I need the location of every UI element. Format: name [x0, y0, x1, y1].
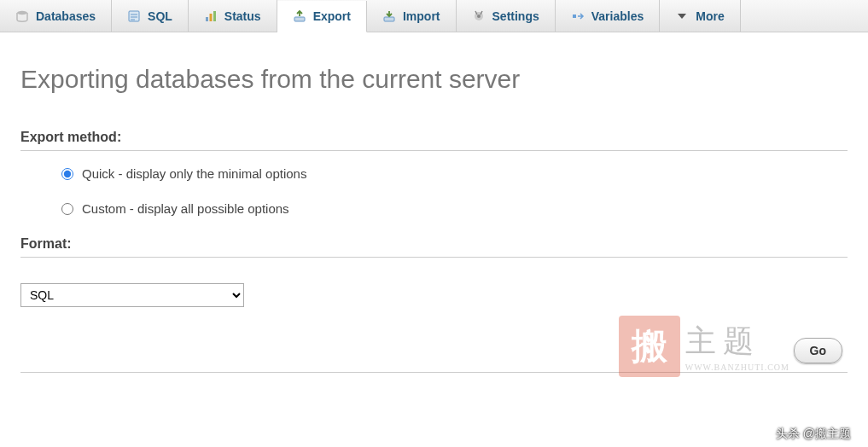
tab-status[interactable]: Status: [189, 0, 277, 32]
format-section: Format: SQL: [20, 236, 848, 307]
tab-settings[interactable]: Settings: [457, 0, 556, 32]
tab-export[interactable]: Export: [277, 1, 367, 32]
export-method-group: Quick - display only the minimal options…: [20, 166, 848, 216]
export-icon: [293, 9, 306, 23]
action-row: Go: [20, 338, 848, 363]
chevron-down-icon: [675, 9, 689, 23]
divider: [20, 372, 848, 373]
format-select[interactable]: SQL: [20, 283, 244, 307]
svg-rect-3: [209, 14, 212, 21]
radio-custom-label: Custom - display all possible options: [82, 201, 289, 216]
tab-label: Export: [313, 9, 351, 23]
radio-quick[interactable]: Quick - display only the minimal options: [61, 166, 848, 181]
tab-label: Databases: [36, 9, 96, 23]
page-title: Exporting databases from the current ser…: [20, 65, 848, 94]
tab-label: Settings: [492, 9, 539, 23]
status-icon: [204, 9, 218, 23]
divider: [20, 150, 848, 151]
tab-sql[interactable]: SQL: [112, 0, 189, 32]
tab-databases[interactable]: Databases: [0, 0, 112, 32]
tab-label: Status: [224, 9, 261, 23]
export-method-title: Export method:: [20, 130, 848, 145]
tab-variables[interactable]: Variables: [556, 0, 661, 32]
radio-custom[interactable]: Custom - display all possible options: [61, 201, 848, 216]
radio-quick-input[interactable]: [61, 168, 73, 180]
svg-rect-9: [573, 15, 576, 18]
radio-quick-label: Quick - display only the minimal options: [82, 166, 306, 181]
tab-import[interactable]: Import: [367, 0, 457, 32]
tab-label: More: [696, 9, 724, 23]
format-title: Format:: [20, 236, 848, 252]
footer-credit: 头杀 @搬主题: [776, 427, 851, 442]
svg-point-0: [17, 10, 27, 14]
tab-label: SQL: [148, 9, 172, 23]
settings-icon: [472, 9, 486, 23]
database-icon: [15, 9, 29, 23]
radio-custom-input[interactable]: [61, 203, 73, 215]
import-icon: [382, 9, 396, 23]
tab-label: Import: [403, 9, 440, 23]
go-button[interactable]: Go: [794, 338, 842, 363]
sql-icon: [127, 9, 141, 23]
main-content: Exporting databases from the current ser…: [0, 32, 868, 373]
svg-rect-4: [213, 11, 216, 21]
svg-rect-2: [206, 17, 208, 21]
divider: [20, 257, 848, 258]
tab-bar: Databases SQL Status Export Import Setti…: [0, 0, 868, 32]
svg-rect-6: [384, 17, 394, 21]
tab-more[interactable]: More: [660, 0, 740, 32]
svg-rect-5: [294, 17, 305, 21]
svg-point-8: [477, 15, 481, 18]
tab-label: Variables: [591, 9, 644, 23]
variables-icon: [571, 9, 585, 23]
